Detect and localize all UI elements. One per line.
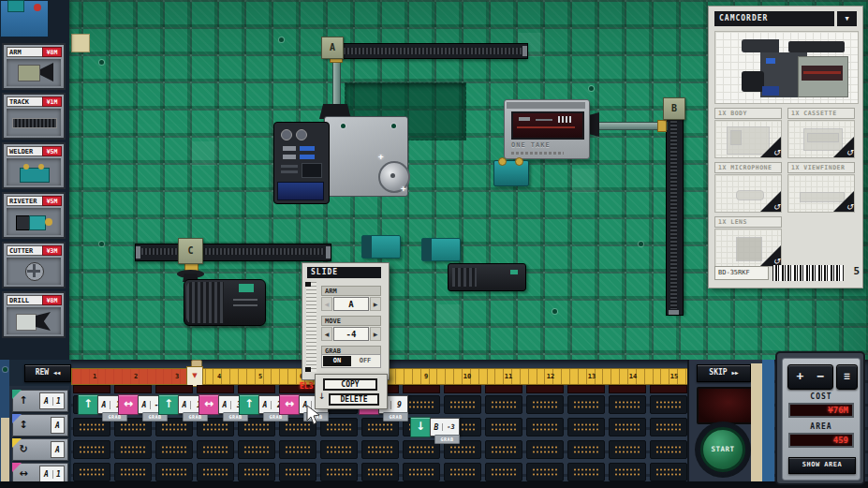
template-arm: A <box>40 397 52 406</box>
copy-button[interactable]: COPY <box>323 378 377 391</box>
timeline-slot[interactable] <box>609 440 646 459</box>
slider-c-tag[interactable]: C <box>178 238 203 264</box>
up-arrow-icon: ↑ <box>158 394 179 415</box>
ruler-number: 3 <box>170 373 184 380</box>
timeline-slot[interactable] <box>485 395 522 414</box>
timeline-slot[interactable] <box>485 463 522 481</box>
toggle-on[interactable]: ON <box>323 356 351 366</box>
step-right-button[interactable]: ▶ <box>370 297 381 311</box>
build-item-riveter[interactable]: RIVETER ¥5M <box>2 192 66 239</box>
minus-button[interactable]: − <box>810 365 831 388</box>
rotate-icon[interactable]: ↺ <box>772 148 780 157</box>
timeline-slot[interactable] <box>279 463 316 481</box>
track-a[interactable] <box>330 43 528 59</box>
timeline-slot[interactable] <box>73 463 110 481</box>
timeline-slot[interactable] <box>567 395 605 414</box>
timeline-slot[interactable] <box>155 463 193 481</box>
timeline-slot[interactable] <box>609 418 646 436</box>
rotate-icon[interactable]: ↺ <box>846 202 853 212</box>
timeline-slot[interactable] <box>485 440 522 459</box>
dropdown-button[interactable]: ▼ <box>837 11 857 26</box>
microphone-part[interactable] <box>421 238 461 261</box>
camcorder-body-assembly[interactable] <box>273 112 406 202</box>
playhead-marker[interactable]: ▼ <box>186 366 203 387</box>
timeline-slot[interactable] <box>567 463 605 481</box>
cutter-thumbnail <box>7 258 61 285</box>
build-item-cutter[interactable]: CUTTER ¥3M <box>2 242 66 288</box>
timeline-slot[interactable] <box>114 440 152 459</box>
timeline-slot[interactable] <box>609 463 646 481</box>
timeline-slot[interactable] <box>197 463 234 481</box>
welder-part[interactable] <box>493 160 529 186</box>
timeline-slot[interactable] <box>609 395 646 414</box>
timeline-slot[interactable] <box>444 463 481 481</box>
timeline-slot[interactable] <box>403 463 440 481</box>
timeline-slot[interactable] <box>238 440 275 459</box>
timeline-slot[interactable] <box>361 440 399 459</box>
command-block[interactable]: ↓ B-3 GRAB <box>410 417 457 437</box>
part-slot-body[interactable]: 1X BODY ↺ <box>714 108 782 158</box>
part-image: ↺ <box>714 229 782 267</box>
track-c[interactable] <box>135 244 331 261</box>
skip-button[interactable]: SKIP ▶▶ <box>697 364 751 382</box>
timeline-slot[interactable] <box>444 395 481 414</box>
rotate-icon[interactable]: ↺ <box>772 202 780 212</box>
build-item-label: RIVETER <box>7 196 43 206</box>
timeline-slot[interactable] <box>114 463 152 481</box>
timeline-slot[interactable] <box>238 463 275 481</box>
chevron-down-icon: ▼ <box>845 15 848 22</box>
timeline-slot[interactable] <box>403 395 440 414</box>
arm-thumbnail <box>7 59 61 86</box>
lens-part[interactable] <box>184 279 266 326</box>
ruler-number: 4 <box>213 373 226 380</box>
timeline-slot[interactable] <box>197 440 234 459</box>
microphone-part[interactable] <box>361 235 401 259</box>
menu-button[interactable]: ≡ <box>836 364 858 390</box>
timeline-slot[interactable] <box>567 418 605 436</box>
timeline-slot[interactable] <box>526 418 564 436</box>
timeline-slot[interactable] <box>361 463 399 481</box>
timeline-slot[interactable] <box>650 463 687 481</box>
build-item-welder[interactable]: WELDER ¥5M <box>2 142 66 189</box>
timeline-slot[interactable] <box>650 440 687 459</box>
template-move-up[interactable]: ↑ A1 <box>12 390 68 412</box>
step-right-button[interactable]: ▶ <box>370 327 381 341</box>
step-left-button[interactable]: ◀ <box>321 297 332 311</box>
template-rotate[interactable]: ↻ A <box>12 438 68 461</box>
build-item-drill[interactable]: DRILL ¥8M <box>2 291 66 338</box>
timeline-slot[interactable] <box>73 440 110 459</box>
part-slot-viewfinder[interactable]: 1X VIEWFINDER ↺ <box>787 162 855 213</box>
timeline-slot[interactable] <box>567 440 605 459</box>
plus-button[interactable]: + <box>789 365 811 388</box>
timeline-slot[interactable] <box>650 418 687 436</box>
one-take-machine[interactable]: ONE TAKE <box>504 99 590 159</box>
timeline-slot[interactable] <box>279 440 316 459</box>
part-slot-microphone[interactable]: 1X MICROPHONE ↺ <box>714 162 782 213</box>
step-left-button[interactable]: ◀ <box>321 327 332 341</box>
timeline-slot[interactable] <box>485 418 522 436</box>
viewfinder-part[interactable] <box>448 263 526 291</box>
template-move-vertical[interactable]: ↕ A <box>12 414 68 436</box>
timeline-slot[interactable] <box>320 463 358 481</box>
part-slot-cassette[interactable]: 1X CASSETTE ↺ <box>787 108 855 158</box>
build-item-track[interactable]: TRACK ¥1M <box>2 93 66 140</box>
delete-button[interactable]: DELETE <box>329 393 379 406</box>
rew-button[interactable]: REW ◀◀ <box>24 364 71 382</box>
timeline-slot[interactable] <box>526 440 564 459</box>
slider-b-tag[interactable]: B <box>663 97 685 120</box>
slider-a-tag[interactable]: A <box>321 37 344 59</box>
toggle-off[interactable]: OFF <box>354 356 376 366</box>
show-area-button[interactable]: SHOW AREA <box>788 457 856 474</box>
timeline-slot[interactable] <box>650 395 687 414</box>
build-item-arm[interactable]: ARM ¥8M <box>2 43 66 90</box>
timeline-slot[interactable] <box>526 463 564 481</box>
start-button[interactable]: START <box>700 427 745 472</box>
grab-toggle[interactable]: ON OFF <box>321 354 381 368</box>
timeline-slot[interactable] <box>320 440 358 459</box>
timeline-slot[interactable] <box>526 395 564 414</box>
tile-highlight <box>436 304 461 329</box>
timeline-slot[interactable] <box>155 440 193 459</box>
track-b[interactable] <box>666 103 684 316</box>
rotate-icon[interactable]: ↺ <box>846 148 853 157</box>
part-slot-lens[interactable]: 1X LENS ↺ <box>714 216 782 267</box>
